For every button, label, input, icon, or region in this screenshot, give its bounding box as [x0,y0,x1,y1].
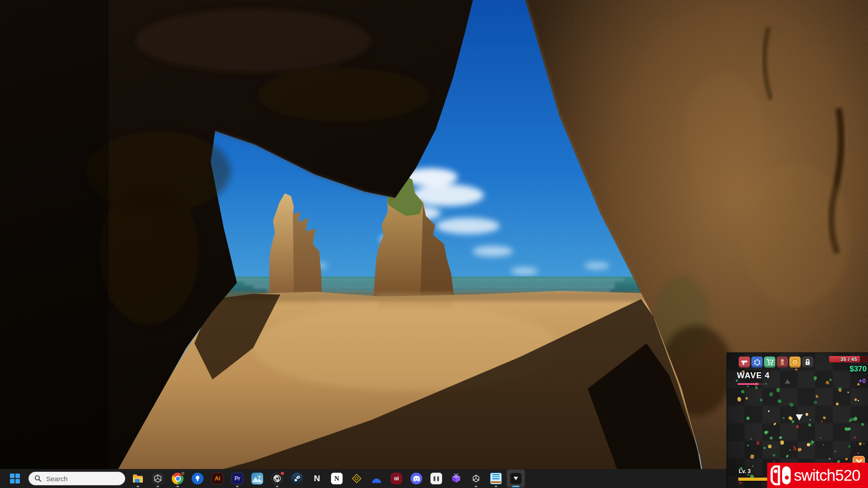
running-indicator [475,486,477,487]
particle [760,398,763,402]
particle [769,436,773,440]
taskbar-red-cam-app[interactable]: oi [387,469,406,488]
particle [822,445,824,446]
particle [829,379,832,381]
running-indicator [137,486,139,487]
particle [848,391,849,393]
particle [858,400,859,401]
particle [829,458,830,460]
particle [746,416,750,420]
particle [859,442,862,446]
taskbar-row: AiPrNNoi [0,469,527,488]
particle [772,453,776,457]
particle [826,380,830,385]
particle [768,410,770,412]
taskbar-white-socket-app[interactable] [427,469,445,488]
windows-logo-icon [10,474,20,483]
particle [805,413,809,416]
taskbar-arc-blue-app[interactable] [368,469,386,488]
taskbar-obs-studio[interactable] [268,469,286,488]
particle [788,449,791,451]
taskbar-steam[interactable] [288,469,306,488]
particle [738,481,742,485]
taskbar-file-explorer[interactable] [129,469,147,488]
particle [822,416,826,419]
particle [795,368,797,371]
particle [835,402,839,406]
taskbar-adobe-premiere[interactable]: Pr [228,469,246,488]
taskbar-notion[interactable]: N [328,469,346,488]
particle [763,447,765,449]
particle [779,436,783,439]
particle [737,397,741,402]
running-indicator [495,486,497,487]
particle [816,395,818,398]
health-bar: 35 / 45 [829,356,868,362]
search-input[interactable] [45,474,119,483]
particle [768,445,772,449]
particle [813,400,817,404]
taskbar-n-app[interactable]: N [308,469,326,488]
taskbar-notepad[interactable] [487,469,505,488]
running-indicator [276,486,278,487]
search-box[interactable] [28,472,125,485]
particle [820,420,823,423]
taskbar-chrome[interactable] [169,469,187,488]
nintendo-switch-icon [770,465,792,485]
particle [756,441,760,445]
taskbar-unity[interactable] [467,469,485,488]
particle [746,385,749,388]
desktop: AiPrNNoi 35 / 45 $370 +0 WAVE 4 5 Lv. 3 [0,0,868,488]
health-text: 35 / 45 [829,356,868,362]
player-character [796,414,803,421]
particle [820,437,821,439]
weapon-button[interactable] [739,357,750,368]
damage-number: 5 [793,445,796,452]
particle [797,447,802,451]
particle [780,440,784,445]
taskbar-photos-app[interactable] [248,469,266,488]
materials-button[interactable] [789,357,801,368]
particle [751,465,754,467]
particle [807,443,810,446]
start-button[interactable] [6,469,24,488]
taskbar-discord[interactable] [407,469,425,488]
watermark-text: switch520 [794,466,860,484]
particle [863,443,865,445]
running-indicator [236,486,239,487]
taskbar-purple-box-app[interactable] [447,469,465,488]
gain-counter: +0 [859,377,866,385]
money-counter: $370 [849,365,867,374]
shop-button[interactable] [764,357,775,368]
particle [783,417,785,420]
wave-label: WAVE 4 [737,371,770,380]
enemy-triangle [785,379,790,384]
wave-progress-bar [737,383,759,385]
taskbar-diamond-app[interactable] [348,469,366,488]
particle [769,392,774,397]
chrome-badge-icon [180,471,185,476]
particle [807,423,811,427]
particle [796,425,799,428]
taskbar-adobe-illustrator[interactable]: Ai [208,469,226,488]
particle [861,423,864,426]
particle [854,436,856,439]
taskbar-blue-pin-app[interactable] [189,469,207,488]
particle [750,438,751,440]
running-indicator [512,486,519,487]
taskbar-hexagon-app[interactable] [149,469,167,488]
particle [848,419,851,422]
search-icon [34,475,42,482]
particle [791,420,795,424]
lock-button[interactable] [802,357,813,368]
items-button[interactable] [751,357,763,368]
particle [746,445,749,447]
game-toolbar [739,357,813,368]
obs-studio-badge-icon [280,471,285,476]
character-button[interactable] [777,357,788,368]
particle [765,383,766,385]
switch520-watermark: switch520 [767,463,868,488]
taskbar-game-window-task[interactable] [507,469,525,488]
particle [848,445,851,448]
running-indicator [176,486,179,487]
